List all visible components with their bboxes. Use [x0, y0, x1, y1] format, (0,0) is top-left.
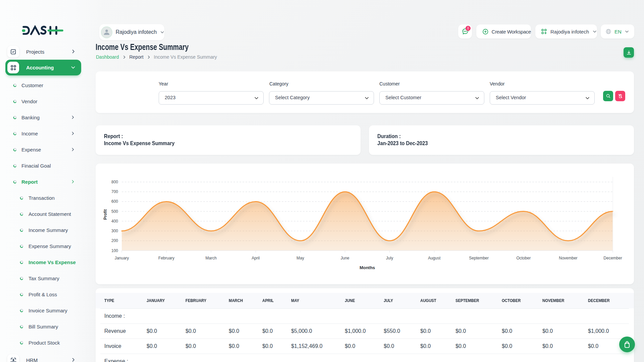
svg-text:November: November: [559, 256, 577, 260]
svg-text:April: April: [252, 256, 260, 260]
svg-text:Months: Months: [360, 265, 375, 270]
svg-text:700: 700: [111, 189, 118, 194]
svg-text:600: 600: [111, 199, 118, 204]
svg-text:100: 100: [111, 248, 118, 253]
svg-text:December: December: [603, 256, 622, 260]
svg-text:200: 200: [111, 238, 118, 243]
svg-text:May: May: [297, 256, 304, 260]
svg-text:July: July: [386, 256, 393, 260]
svg-text:October: October: [516, 256, 531, 260]
svg-text:400: 400: [111, 219, 118, 224]
svg-text:300: 300: [111, 229, 118, 233]
svg-text:March: March: [206, 256, 217, 260]
svg-text:February: February: [158, 256, 174, 260]
svg-text:June: June: [340, 256, 349, 260]
svg-text:January: January: [115, 256, 129, 260]
svg-text:August: August: [428, 256, 441, 260]
svg-text:800: 800: [111, 180, 118, 184]
svg-text:September: September: [469, 256, 489, 260]
svg-text:Profit: Profit: [103, 209, 108, 220]
svg-text:500: 500: [111, 209, 118, 214]
